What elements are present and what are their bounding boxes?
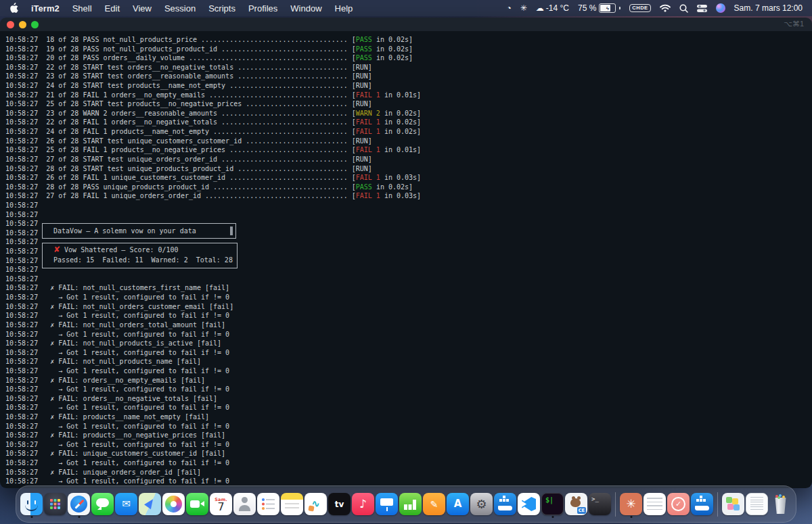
safari-icon xyxy=(68,493,90,515)
reminders-icon xyxy=(257,493,279,515)
dock-icon-vscode[interactable] xyxy=(518,493,540,515)
sparkle-icon[interactable]: ✳ xyxy=(520,4,527,12)
battery-status[interactable]: 75 % ϟ xyxy=(578,3,621,13)
dock-icon-launchpad[interactable] xyxy=(44,493,66,515)
timer-icon[interactable]: ◔ xyxy=(507,4,512,12)
datavow-title: DataVow — A solemn vow on your data xyxy=(53,227,196,236)
menu-view[interactable]: View xyxy=(133,3,152,14)
wifi-icon[interactable] xyxy=(660,4,671,12)
stack-notes-icon xyxy=(722,493,744,515)
dock-icon-docker[interactable] xyxy=(494,493,516,515)
dock-icon-iterm2[interactable]: $| xyxy=(541,493,564,515)
dock-icon-trash[interactable] xyxy=(769,493,792,515)
terminal-row: 10:58:27 → Got 1 result, configured to f… xyxy=(5,440,812,450)
terminal-row: 10:58:27 → Got 1 result, configured to f… xyxy=(5,311,812,320)
dock-icon-docker2[interactable] xyxy=(691,493,713,515)
dock-icon-freeform[interactable]: ∿ xyxy=(304,493,327,515)
close-button[interactable] xyxy=(7,21,14,28)
dock-icon-finder[interactable] xyxy=(20,493,43,515)
terminal-row: 10:58:27 ✗ FAIL: not_null_products_name … xyxy=(5,357,812,366)
dock-icon-dbeaver[interactable]: CE xyxy=(565,493,587,515)
control-center-icon[interactable] xyxy=(697,5,707,12)
dock-icon-claude[interactable]: ✳ xyxy=(620,493,642,515)
terminal-row: 10:58:27 → Got 1 result, configured to f… xyxy=(5,403,812,412)
terminal-row: 10:58:27 xyxy=(5,201,812,210)
terminal-row: 10:58:27 18 of 28 PASS not_null_products… xyxy=(5,35,812,45)
apple-menu-icon[interactable] xyxy=(9,3,18,14)
menu-edit[interactable]: Edit xyxy=(105,3,120,14)
launchpad-icon xyxy=(44,493,66,515)
terminal-row: 10:58:27 ✗ FAIL: orders__no_negative_tot… xyxy=(5,394,812,404)
dock-icon-pages[interactable]: ✎ xyxy=(423,493,445,515)
appletv-icon: tv xyxy=(328,493,351,515)
menu-profiles[interactable]: Profiles xyxy=(248,3,277,14)
siri-icon[interactable] xyxy=(716,3,725,13)
menu-shell[interactable]: Shell xyxy=(72,3,92,14)
terminal-row: 10:58:27 ✗ FAIL: orders__no_empty_emails… xyxy=(5,376,812,385)
dock-icon-settings[interactable]: ⚙ xyxy=(470,493,493,515)
messages-icon xyxy=(91,493,114,515)
mail-icon: ✉ xyxy=(115,493,137,515)
dock-icon-numbers[interactable] xyxy=(399,493,422,515)
menu-window[interactable]: Window xyxy=(290,3,321,14)
terminal-row: 10:58:27 ✗ FAIL: unique_orders_order_id … xyxy=(5,468,812,477)
dock-icon-messages[interactable] xyxy=(91,493,114,515)
numbers-icon xyxy=(399,493,422,515)
dock-icon-music[interactable]: ♪ xyxy=(352,493,374,515)
settings-icon: ⚙ xyxy=(470,493,493,515)
terminal-row: 10:58:27 → Got 1 result, configured to f… xyxy=(5,348,812,358)
input-source-badge[interactable]: CHDE xyxy=(629,4,650,13)
dock-divider xyxy=(717,492,718,517)
menu-bar-menus: iTerm2ShellEditViewSessionScriptsProfile… xyxy=(31,3,353,14)
running-indicator xyxy=(551,516,554,518)
dock-icon-reminders[interactable] xyxy=(257,493,279,515)
dock-icon-keynote[interactable] xyxy=(376,493,398,515)
music-icon: ♪ xyxy=(352,493,374,515)
menu-bar-clock[interactable]: Sam. 7 mars 12:00 xyxy=(734,3,803,13)
dock-icon-facetime[interactable] xyxy=(186,493,208,515)
dock-icon-contacts[interactable] xyxy=(233,493,256,515)
terminal-row: 10:58:27 ✗ FAIL: not_null_products_is_ac… xyxy=(5,339,812,348)
search-icon[interactable] xyxy=(679,4,688,13)
dock: ✉Sam.7∿tv♪✎A⚙$|CE>_✳✓ xyxy=(16,485,796,523)
terminal-row: 10:58:27 → Got 1 result, configured to f… xyxy=(5,422,812,431)
facetime-icon xyxy=(186,493,208,515)
dock-icon-maps[interactable] xyxy=(139,493,161,515)
weather-status[interactable]: ☁ -14 °C xyxy=(536,3,569,13)
terminal-row: 10:58:27 → Got 1 result, configured to f… xyxy=(5,366,812,376)
dock-divider xyxy=(615,492,616,517)
dock-icon-stack-notes[interactable] xyxy=(722,493,744,515)
dock-icon-stack-docs[interactable] xyxy=(746,493,768,515)
dock-icon-notes[interactable] xyxy=(281,493,303,515)
datavow-summary-box: ✘ Vow Shattered — Score: 0/100 Passed: 1… xyxy=(42,243,238,268)
dock-icon-textedit[interactable] xyxy=(644,493,666,515)
photos-icon xyxy=(162,493,185,515)
zoom-button[interactable] xyxy=(31,21,39,28)
terminal-body[interactable]: 10:58:27 18 of 28 PASS not_null_products… xyxy=(0,31,812,488)
dock-icon-photos[interactable] xyxy=(162,493,185,515)
freeform-icon: ∿ xyxy=(304,493,327,515)
dock-icon-appstore[interactable]: A xyxy=(447,493,469,515)
minimize-button[interactable] xyxy=(19,21,26,28)
pages-icon: ✎ xyxy=(423,493,445,515)
menu-scripts[interactable]: Scripts xyxy=(208,3,235,14)
dock-icon-mail[interactable]: ✉ xyxy=(115,493,137,515)
dock-icon-terminal-app[interactable]: >_ xyxy=(589,493,611,515)
dock-icon-tasks[interactable]: ✓ xyxy=(667,493,690,515)
running-indicator xyxy=(78,516,80,518)
terminal-row: 10:58:27 26 of 28 FAIL 1 unique_customer… xyxy=(5,173,812,183)
dock-icon-safari[interactable] xyxy=(68,493,90,515)
menu-help[interactable]: Help xyxy=(335,3,353,14)
window-shortcut-badge: ⌥⌘1 xyxy=(784,20,804,28)
window-title-bar[interactable]: ⌥⌘1 xyxy=(0,18,812,31)
vscode-icon xyxy=(518,493,540,515)
menu-session[interactable]: Session xyxy=(164,3,196,14)
keynote-icon xyxy=(376,493,398,515)
datavow-banner-box: DataVow — A solemn vow on your data xyxy=(42,223,236,239)
contacts-icon xyxy=(233,493,256,515)
menu-iterm2[interactable]: iTerm2 xyxy=(31,3,60,14)
dock-icon-calendar[interactable]: Sam.7 xyxy=(210,493,232,515)
maps-icon xyxy=(139,493,161,515)
dock-icon-appletv[interactable]: tv xyxy=(328,493,351,515)
terminal-row: 10:58:27 → Got 1 result, configured to f… xyxy=(5,330,812,339)
